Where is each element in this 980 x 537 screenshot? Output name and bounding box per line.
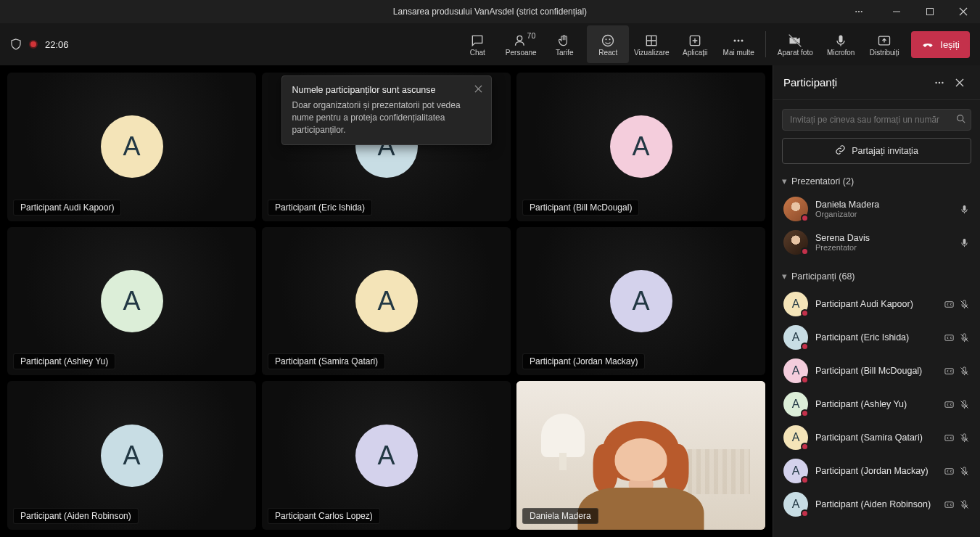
avatar: A [783,392,808,417]
participant-name-pill: Participant (Samira Qatari) [268,353,385,369]
participant-name: Participant (Samira Qatari) [815,433,936,443]
participant-name: Participant Audi Kapoor) [815,299,936,309]
avatar [783,230,808,255]
toast-title: Numele participanților sunt ascunse [292,85,481,95]
participant-tile[interactable]: AParticipant (Bill McDougal) [516,73,765,221]
svg-rect-20 [963,205,966,210]
participant-item[interactable]: A Participant (Eric Ishida) [782,321,971,354]
participant-item[interactable]: A Participant (Jordan Mackay) [782,454,971,488]
title-more-button[interactable] [842,0,876,23]
status-dot-icon [801,343,809,351]
cc-icon [944,466,955,477]
invite-search-input[interactable] [782,109,971,131]
svg-rect-21 [963,238,966,244]
panel-more-button[interactable] [929,73,950,93]
participant-name-pill: Participant (Aiden Robinson) [13,508,139,524]
mic-button[interactable]: Microfon [820,25,862,63]
svg-point-6 [603,35,614,46]
panel-close-button[interactable] [950,73,970,93]
participant-tile[interactable]: AParticipant (Ashley Yu) [7,227,256,376]
avatar: A [783,325,808,350]
hand-icon [557,33,572,49]
avatar: A [783,459,808,483]
mic-muted-icon [959,299,970,310]
share-button[interactable]: Distribuiți [863,25,905,63]
share-invite-button[interactable]: Partajați invitația [782,138,971,164]
window-minimize-button[interactable] [880,0,913,23]
svg-rect-14 [839,35,843,42]
svg-point-16 [935,81,936,83]
avatar: A [783,358,808,383]
raise-hand-button[interactable]: Tarife [543,25,585,63]
participant-name-pill: Daniela Madera [522,508,598,524]
cc-icon [944,332,955,343]
svg-point-7 [606,38,607,40]
mic-status-icon [959,237,970,248]
mic-muted-icon [959,399,970,410]
svg-rect-3 [893,12,900,12]
chat-button[interactable]: Chat [456,25,498,63]
avatar: A [610,270,672,332]
presenter-role: Prezentator [815,243,952,252]
mic-icon [833,33,848,49]
presenters-section-header[interactable]: ▾ Prezentatori (2) [782,176,971,186]
avatar [783,197,808,221]
people-button[interactable]: 70 Persoane [500,25,542,63]
participant-name-pill: Participant Carlos Lopez) [268,508,380,524]
toast-close-button[interactable] [472,82,485,95]
participant-name-pill: Participant (Jordan Mackay) [522,353,645,369]
svg-rect-28 [945,401,953,407]
camera-button[interactable]: Aparat foto [772,25,818,63]
svg-point-1 [858,11,860,12]
participants-section-header[interactable]: ▾ Participanți (68) [782,271,971,282]
participant-item[interactable]: A Participant (Aiden Robinson) [782,488,971,521]
mic-muted-icon [959,466,970,477]
participant-tile[interactable]: AParticipant Carlos Lopez) [262,381,511,530]
participant-name-pill: Participant (Ashley Yu) [13,353,115,369]
participant-name: Participant (Jordan Mackay) [815,466,936,476]
react-button[interactable]: React [587,25,629,63]
participant-tile[interactable]: AParticipant (Jordan Mackay) [516,227,765,376]
avatar: A [101,115,163,178]
presenter-item[interactable]: Serena Davis Prezentator [782,226,971,259]
svg-rect-34 [945,501,953,507]
participant-item[interactable]: A Participant Audi Kapoor) [782,287,971,321]
privacy-shield-icon[interactable] [10,38,22,50]
presenter-role: Organizator [815,210,952,218]
status-dot-icon [801,409,809,417]
view-button[interactable]: Vizualizare [630,25,672,63]
participant-item[interactable]: A Participant (Ashley Yu) [782,388,971,421]
apps-button[interactable]: Aplicații [674,25,716,63]
leave-button[interactable]: Ieșiți [911,31,970,58]
more-button[interactable]: Mai multe [717,25,759,63]
avatar: A [355,425,418,487]
participant-tile[interactable]: AParticipant (Aiden Robinson) [7,381,256,530]
svg-point-19 [958,115,963,121]
participant-name-pill: Participant Audi Kapoor) [13,200,121,216]
svg-point-12 [738,39,740,41]
privacy-toast: Numele participanților sunt ascunse Doar… [281,75,492,145]
participant-tile[interactable]: AParticipant (Samira Qatari) [262,227,511,376]
avatar: A [101,425,163,487]
svg-point-5 [517,36,522,41]
svg-rect-24 [945,335,953,340]
emoji-icon [601,33,615,49]
hangup-icon [921,37,934,52]
participant-name: Participant (Eric Ishida) [815,332,936,343]
window-close-button[interactable] [947,0,980,23]
search-icon [956,114,965,126]
presenter-item[interactable]: Daniela Madera Organizator [782,192,971,226]
title-bar: Lansarea produsului VanArsdel (strict co… [0,0,980,23]
participant-tile[interactable]: AParticipant Audi Kapoor) [7,73,256,221]
cc-icon [944,366,955,377]
share-screen-icon [877,33,892,49]
window-maximize-button[interactable] [913,0,947,23]
svg-point-11 [734,39,736,41]
active-speaker-tile[interactable]: Daniela Madera [516,381,765,530]
participant-item[interactable]: A Participant (Samira Qatari) [782,421,971,454]
leave-label: Ieșiți [940,39,960,50]
participant-name-pill: Participant (Bill McDougal) [522,200,639,216]
link-icon [835,144,846,157]
participant-item[interactable]: A Participant (Bill McDougal) [782,354,971,388]
avatar: A [783,425,808,450]
